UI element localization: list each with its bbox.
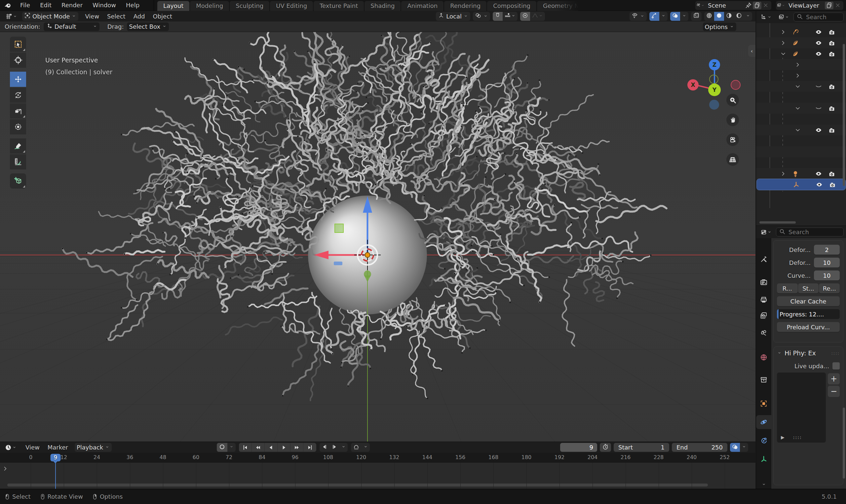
blender-logo-icon[interactable]: [0, 0, 15, 11]
outliner-vscrollbar[interactable]: [843, 44, 845, 186]
nav-axis-z-neg[interactable]: [709, 100, 719, 110]
jump-prev-keyframe-button[interactable]: [320, 443, 330, 452]
expand-right-icon[interactable]: [780, 170, 787, 177]
nav-axis-x-neg[interactable]: [731, 80, 741, 90]
keying-dropdown[interactable]: [227, 443, 236, 452]
close-viewlayer-icon[interactable]: [833, 2, 842, 9]
camera-view-button[interactable]: [726, 133, 739, 146]
workspace-tab-uv-editing[interactable]: UV Editing: [270, 1, 313, 11]
clear-cache-button[interactable]: Clear Cache: [777, 296, 840, 306]
hide-viewport-toggle[interactable]: [816, 181, 823, 188]
outliner-row[interactable]: [756, 59, 846, 70]
auto-keying-toggle[interactable]: [217, 443, 227, 452]
hide-viewport-toggle[interactable]: [815, 170, 822, 177]
jump-to-start-button[interactable]: [239, 443, 252, 452]
viewport-menu-object[interactable]: Object: [149, 11, 176, 21]
outliner-hscrollbar[interactable]: [759, 221, 796, 223]
scale-tool-button[interactable]: [10, 103, 26, 119]
playhead-line[interactable]: [55, 459, 56, 489]
expand-right-icon[interactable]: [780, 40, 787, 46]
disable-render-toggle[interactable]: [828, 29, 835, 36]
add-cube-tool-button[interactable]: [10, 174, 26, 188]
jump-dropdown[interactable]: [339, 443, 348, 452]
properties-tab-view-layer[interactable]: [756, 308, 771, 322]
expand-down-icon[interactable]: [794, 127, 801, 133]
timeline-channels[interactable]: [0, 463, 755, 489]
property-value-field[interactable]: 10: [814, 270, 840, 281]
timeline-overlays-toggle[interactable]: [730, 443, 740, 452]
workspace-tab-shading[interactable]: Shading: [365, 1, 401, 11]
hide-viewport-toggle[interactable]: [815, 105, 822, 112]
annotate-tool-button[interactable]: [10, 138, 26, 154]
close-scene-icon[interactable]: [761, 2, 770, 9]
outliner-row[interactable]: [757, 179, 845, 190]
show-gizmos-toggle[interactable]: [649, 12, 659, 21]
nav-axis-y[interactable]: Y: [708, 84, 721, 96]
viewport-canvas[interactable]: [0, 32, 755, 442]
hide-viewport-toggle[interactable]: [815, 83, 822, 90]
topbar-menu-edit[interactable]: Edit: [35, 0, 56, 11]
xray-toggle[interactable]: [691, 12, 702, 21]
scene-name[interactable]: Scene: [705, 2, 744, 9]
live-update-checkbox[interactable]: [832, 362, 840, 370]
viewport-menu-select[interactable]: Select: [103, 11, 129, 21]
properties-tab-constraints[interactable]: [756, 434, 771, 448]
workspace-tab-compositing[interactable]: Compositing: [487, 1, 536, 11]
channels-expand-icon[interactable]: [2, 465, 8, 473]
outliner-row[interactable]: [756, 37, 846, 48]
workspace-tab-layout[interactable]: Layout: [157, 1, 189, 11]
properties-tab-physics[interactable]: [756, 415, 771, 429]
properties-search[interactable]: [776, 228, 844, 236]
disable-render-toggle[interactable]: [828, 105, 835, 112]
panel-grip-icon[interactable]: ::::: [831, 351, 840, 356]
editor-type-properties-button[interactable]: [758, 228, 774, 236]
gizmos-dropdown[interactable]: [659, 12, 668, 21]
list-play-icon[interactable]: ▶: [781, 435, 785, 440]
solver-action-button[interactable]: Re...: [819, 283, 840, 293]
properties-tab-output[interactable]: [756, 293, 771, 307]
nav-axis-y-neg[interactable]: [709, 75, 719, 84]
timeline-ruler[interactable]: 0122436486072849610812013214415616818019…: [0, 453, 755, 463]
jump-next-keyframe-button[interactable]: [330, 443, 339, 452]
new-scene-button[interactable]: [753, 2, 761, 9]
timeline-menu-marker[interactable]: Marker: [43, 442, 72, 453]
list-grip-icon[interactable]: ::::: [793, 435, 802, 440]
workspace-tab-animation[interactable]: Animation: [401, 1, 443, 11]
viewlayer-name[interactable]: ViewLayer: [785, 2, 825, 9]
topbar-menu-window[interactable]: Window: [88, 0, 121, 11]
properties-tab-object[interactable]: [756, 397, 771, 411]
options-dropdown[interactable]: Options: [703, 22, 736, 31]
hide-viewport-toggle[interactable]: [815, 29, 822, 36]
expand-down-icon[interactable]: [794, 105, 801, 112]
mode-dropdown[interactable]: Object Mode: [22, 12, 78, 21]
outliner-row[interactable]: [756, 125, 846, 136]
shading-material-button[interactable]: [724, 12, 734, 21]
show-overlays-toggle[interactable]: [670, 12, 680, 21]
play-forward-key-button[interactable]: [290, 443, 303, 452]
snap-settings-dropdown[interactable]: [503, 12, 517, 21]
scene-icon-dropdown[interactable]: [696, 2, 705, 9]
disable-render-toggle[interactable]: [828, 39, 835, 47]
outliner-row[interactable]: [756, 168, 846, 179]
disable-render-toggle[interactable]: [828, 50, 835, 57]
disable-render-toggle[interactable]: [828, 126, 835, 134]
transform-orientation-dropdown[interactable]: Local: [436, 12, 470, 21]
topbar-menu-help[interactable]: Help: [121, 0, 144, 11]
preview-range-toggle[interactable]: [351, 443, 362, 452]
disable-render-toggle[interactable]: [828, 83, 835, 90]
hi-phy-list[interactable]: + − ▶ ::::: [777, 373, 826, 443]
proportional-edit-toggle[interactable]: [520, 12, 530, 21]
solver-action-button[interactable]: St...: [798, 283, 819, 293]
outliner-display-mode-button[interactable]: [776, 13, 792, 21]
use-preview-range-button[interactable]: [600, 443, 611, 452]
viewport-menu-view[interactable]: View: [81, 11, 103, 21]
proportional-falloff-dropdown[interactable]: [530, 12, 545, 21]
properties-vscrollbar[interactable]: [843, 408, 845, 479]
playback-dropdown[interactable]: Playback: [75, 443, 112, 452]
properties-tab-collection[interactable]: [756, 373, 771, 387]
select-box-tool-button[interactable]: [10, 37, 26, 52]
outliner-search[interactable]: [793, 13, 844, 21]
expand-down-icon[interactable]: [780, 51, 787, 57]
playhead-badge[interactable]: 9: [51, 454, 61, 462]
pivot-point-dropdown[interactable]: [473, 12, 490, 21]
